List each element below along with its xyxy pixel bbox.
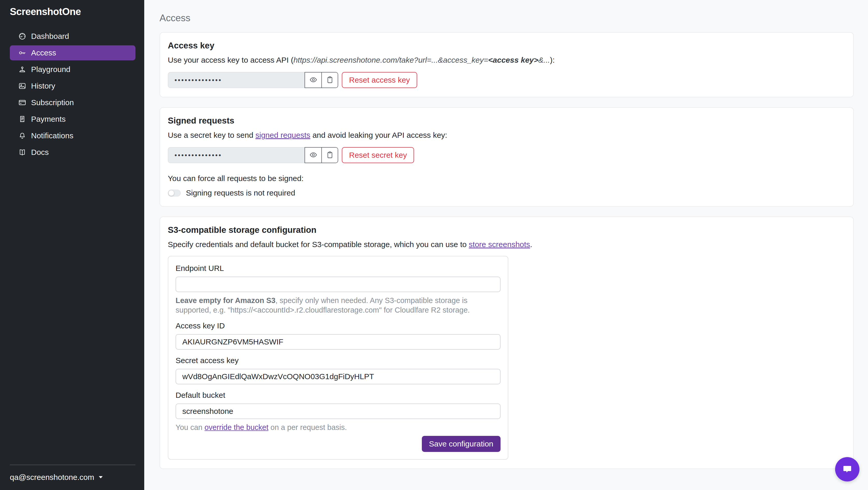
speedometer-icon <box>18 32 26 40</box>
s3-description: Specify credentials and default bucket f… <box>168 240 844 249</box>
signed-requests-card-title: Signed requests <box>168 116 844 126</box>
access-key-placeholder-text: <access key> <box>488 56 538 64</box>
sidebar: ScreenshotOne Dashboard Access Playgroun… <box>0 0 144 490</box>
signed-requests-link[interactable]: signed requests <box>256 131 310 139</box>
sidebar-footer: qa@screenshotone.com <box>0 465 144 490</box>
signing-toggle-label: Signing requests is not required <box>186 188 295 197</box>
description-text: Use your access key to access API ( <box>168 56 293 64</box>
signing-required-toggle[interactable] <box>168 190 181 196</box>
endpoint-url-input[interactable] <box>176 277 501 292</box>
clipboard-icon <box>326 151 334 160</box>
sidebar-item-label: Subscription <box>31 98 74 107</box>
sidebar-item-history[interactable]: History <box>10 79 135 93</box>
credit-card-icon <box>18 98 26 107</box>
main-content: Access Access key Use your access key to… <box>144 0 868 490</box>
access-key-card-title: Access key <box>168 40 844 51</box>
override-bucket-text: You can override the bucket on a per req… <box>176 423 501 432</box>
access-key-actions <box>305 72 338 88</box>
access-key-input[interactable] <box>168 72 305 88</box>
copy-access-key-button[interactable] <box>321 72 338 88</box>
access-key-card: Access key Use your access key to access… <box>159 32 854 97</box>
sidebar-item-label: Playground <box>31 65 70 74</box>
show-secret-key-button[interactable] <box>305 148 321 163</box>
key-icon <box>18 49 26 57</box>
access-key-row: Reset access key <box>168 72 844 88</box>
s3-storage-card: S3-compatible storage configuration Spec… <box>159 216 854 469</box>
access-key-id-input[interactable] <box>176 334 501 349</box>
page-title: Access <box>159 13 854 23</box>
secret-key-actions <box>305 147 338 163</box>
save-row: Save configuration <box>176 436 501 452</box>
s3-form: Endpoint URL Leave empty for Amazon S3, … <box>168 256 508 460</box>
store-screenshots-link[interactable]: store screenshots <box>469 240 530 249</box>
sidebar-item-subscription[interactable]: Subscription <box>10 95 135 110</box>
sidebar-item-label: Access <box>31 49 56 57</box>
sidebar-item-playground[interactable]: Playground <box>10 62 135 77</box>
secret-access-key-label: Secret access key <box>176 356 501 365</box>
chat-button[interactable] <box>835 457 860 482</box>
description-suffix-text: and avoid leaking your API access key: <box>310 131 447 139</box>
s3-card-title: S3-compatible storage configuration <box>168 225 844 235</box>
secret-key-row: Reset secret key <box>168 147 844 163</box>
sidebar-item-docs[interactable]: Docs <box>10 145 135 160</box>
sidebar-item-dashboard[interactable]: Dashboard <box>10 29 135 44</box>
show-access-key-button[interactable] <box>305 72 321 88</box>
sidebar-item-label: Payments <box>31 115 65 124</box>
endpoint-help-text: Leave empty for Amazon S3, specify only … <box>176 296 501 315</box>
override-suffix-text: on a per request basis. <box>268 423 347 431</box>
joystick-icon <box>18 65 26 73</box>
save-configuration-button[interactable]: Save configuration <box>422 436 501 452</box>
signed-requests-card: Signed requests Use a secret key to send… <box>159 107 854 207</box>
chat-bubble-icon <box>841 463 854 476</box>
description-text: Specify credentials and default bucket f… <box>168 240 469 249</box>
secret-key-input[interactable] <box>168 147 305 163</box>
description-suffix-text: ): <box>550 56 555 64</box>
reset-access-key-button[interactable]: Reset access key <box>342 72 417 88</box>
sidebar-item-label: Docs <box>31 148 49 157</box>
signed-requests-description: Use a secret key to send signed requests… <box>168 130 844 140</box>
bell-icon <box>18 131 26 140</box>
app-window: ScreenshotOne Dashboard Access Playgroun… <box>0 0 868 490</box>
sidebar-item-payments[interactable]: Payments <box>10 112 135 127</box>
default-bucket-label: Default bucket <box>176 391 501 400</box>
api-url-text: https://api.screenshotone.com/take?url=.… <box>293 56 488 64</box>
clipboard-icon <box>326 75 334 85</box>
description-suffix-text: . <box>530 240 532 249</box>
sidebar-item-label: Dashboard <box>31 32 69 41</box>
access-key-description: Use your access key to access API (https… <box>168 55 844 65</box>
endpoint-url-label: Endpoint URL <box>176 264 501 273</box>
toggle-knob <box>168 190 174 196</box>
receipt-icon <box>18 115 26 123</box>
access-key-id-label: Access key ID <box>176 321 501 331</box>
user-menu[interactable]: qa@screenshotone.com <box>10 471 103 483</box>
eye-icon <box>309 151 317 160</box>
override-bucket-link[interactable]: override the bucket <box>205 423 269 431</box>
sidebar-nav: Dashboard Access Playground History <box>0 29 144 160</box>
override-prefix-text: You can <box>176 423 205 431</box>
endpoint-help-bold: Leave empty for Amazon S3 <box>176 296 276 305</box>
book-icon <box>18 148 26 156</box>
reset-secret-key-button[interactable]: Reset secret key <box>342 147 414 163</box>
sidebar-item-label: History <box>31 82 55 90</box>
sidebar-item-label: Notifications <box>31 131 73 140</box>
api-url-suffix-text: &... <box>538 56 550 64</box>
copy-secret-key-button[interactable] <box>321 148 338 163</box>
signing-toggle-row: Signing requests is not required <box>168 188 844 197</box>
default-bucket-input[interactable] <box>176 403 501 419</box>
chevron-down-icon <box>98 476 103 479</box>
sidebar-item-access[interactable]: Access <box>10 45 135 60</box>
description-text: Use a secret key to send <box>168 131 256 139</box>
eye-icon <box>309 75 317 85</box>
user-email: qa@screenshotone.com <box>10 473 94 482</box>
sidebar-divider <box>10 465 135 465</box>
photo-icon <box>18 82 26 90</box>
app-logo: ScreenshotOne <box>0 0 144 17</box>
secret-access-key-input[interactable] <box>176 369 501 384</box>
sidebar-item-notifications[interactable]: Notifications <box>10 128 135 143</box>
force-signing-text: You can force all requests to be signed: <box>168 174 844 183</box>
